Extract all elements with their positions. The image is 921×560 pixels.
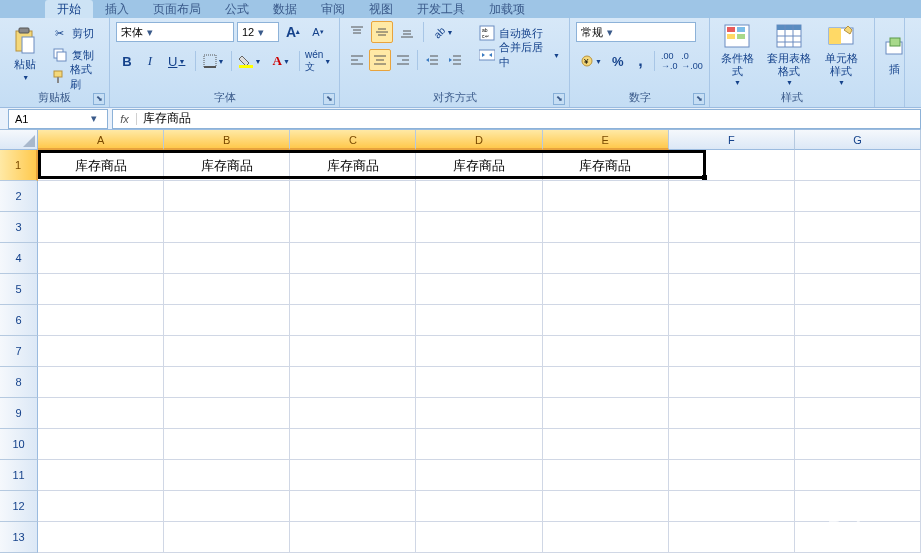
cell-G10[interactable]	[795, 429, 921, 460]
cell-G5[interactable]	[795, 274, 921, 305]
cell-G1[interactable]	[795, 150, 921, 181]
increase-decimal-button[interactable]: .00→.0	[658, 50, 680, 72]
cell-A2[interactable]	[38, 181, 164, 212]
orientation-button[interactable]: ab▼	[429, 21, 459, 43]
tab-6[interactable]: 视图	[357, 0, 405, 18]
cell-B5[interactable]	[164, 274, 290, 305]
cell-D7[interactable]	[416, 336, 542, 367]
cell-A13[interactable]	[38, 522, 164, 553]
row-header-6[interactable]: 6	[0, 305, 38, 336]
cell-B9[interactable]	[164, 398, 290, 429]
cell-E8[interactable]	[543, 367, 669, 398]
cell-A11[interactable]	[38, 460, 164, 491]
cell-D2[interactable]	[416, 181, 542, 212]
cell-F1[interactable]	[669, 150, 795, 181]
comma-button[interactable]: ,	[630, 50, 652, 72]
cell-F7[interactable]	[669, 336, 795, 367]
increase-indent-button[interactable]	[444, 49, 466, 71]
cell-G9[interactable]	[795, 398, 921, 429]
cell-E4[interactable]	[543, 243, 669, 274]
cell-G7[interactable]	[795, 336, 921, 367]
formula-input[interactable]	[137, 112, 920, 126]
cell-E12[interactable]	[543, 491, 669, 522]
tab-5[interactable]: 审阅	[309, 0, 357, 18]
cell-G8[interactable]	[795, 367, 921, 398]
cell-C13[interactable]	[290, 522, 416, 553]
cell-E5[interactable]	[543, 274, 669, 305]
cell-F10[interactable]	[669, 429, 795, 460]
cell-A5[interactable]	[38, 274, 164, 305]
cell-G2[interactable]	[795, 181, 921, 212]
cell-styles-button[interactable]: 单元格样式▼	[820, 21, 862, 87]
cell-F5[interactable]	[669, 274, 795, 305]
row-header-4[interactable]: 4	[0, 243, 38, 274]
increase-font-button[interactable]: A▴	[282, 21, 304, 43]
align-expand-icon[interactable]: ⬊	[553, 93, 565, 105]
cell-D6[interactable]	[416, 305, 542, 336]
cell-B3[interactable]	[164, 212, 290, 243]
tab-0[interactable]: 开始	[45, 0, 93, 18]
cell-B4[interactable]	[164, 243, 290, 274]
col-header-D[interactable]: D	[416, 130, 542, 150]
cell-F11[interactable]	[669, 460, 795, 491]
merge-center-button[interactable]: 合并后居中▼	[476, 45, 563, 65]
fx-button[interactable]: fx	[113, 113, 137, 125]
cell-D12[interactable]	[416, 491, 542, 522]
tab-1[interactable]: 插入	[93, 0, 141, 18]
number-expand-icon[interactable]: ⬊	[693, 93, 705, 105]
row-header-1[interactable]: 1	[0, 150, 38, 181]
col-header-C[interactable]: C	[290, 130, 416, 150]
font-size-combo[interactable]: 12▾	[237, 22, 279, 42]
cell-F12[interactable]	[669, 491, 795, 522]
select-all-corner[interactable]	[0, 130, 38, 150]
cell-C7[interactable]	[290, 336, 416, 367]
cell-F2[interactable]	[669, 181, 795, 212]
col-header-A[interactable]: A	[38, 130, 164, 150]
number-format-combo[interactable]: 常规▾	[576, 22, 696, 42]
decrease-decimal-button[interactable]: .0→.00	[681, 50, 703, 72]
conditional-format-button[interactable]: 条件格式▼	[716, 21, 758, 87]
cell-D3[interactable]	[416, 212, 542, 243]
decrease-indent-button[interactable]	[421, 49, 443, 71]
cell-G4[interactable]	[795, 243, 921, 274]
cell-B10[interactable]	[164, 429, 290, 460]
cell-E1[interactable]: 库存商品	[543, 150, 669, 181]
cell-C1[interactable]: 库存商品	[290, 150, 416, 181]
cell-A12[interactable]	[38, 491, 164, 522]
row-header-5[interactable]: 5	[0, 274, 38, 305]
col-header-E[interactable]: E	[543, 130, 669, 150]
cell-E6[interactable]	[543, 305, 669, 336]
cell-C2[interactable]	[290, 181, 416, 212]
row-header-3[interactable]: 3	[0, 212, 38, 243]
align-top-button[interactable]	[346, 21, 368, 43]
cell-D4[interactable]	[416, 243, 542, 274]
cell-A4[interactable]	[38, 243, 164, 274]
name-box[interactable]: A1▾	[8, 109, 108, 129]
cell-D5[interactable]	[416, 274, 542, 305]
cell-A9[interactable]	[38, 398, 164, 429]
cell-B11[interactable]	[164, 460, 290, 491]
tab-2[interactable]: 页面布局	[141, 0, 213, 18]
row-header-9[interactable]: 9	[0, 398, 38, 429]
cell-G3[interactable]	[795, 212, 921, 243]
cell-C8[interactable]	[290, 367, 416, 398]
cell-E9[interactable]	[543, 398, 669, 429]
cell-D9[interactable]	[416, 398, 542, 429]
cell-E11[interactable]	[543, 460, 669, 491]
decrease-font-button[interactable]: A▾	[307, 21, 329, 43]
cell-E3[interactable]	[543, 212, 669, 243]
cell-E13[interactable]	[543, 522, 669, 553]
cell-A3[interactable]	[38, 212, 164, 243]
row-header-7[interactable]: 7	[0, 336, 38, 367]
align-left-button[interactable]	[346, 49, 368, 71]
col-header-B[interactable]: B	[164, 130, 290, 150]
cell-C9[interactable]	[290, 398, 416, 429]
cell-C5[interactable]	[290, 274, 416, 305]
cell-B2[interactable]	[164, 181, 290, 212]
cell-D10[interactable]	[416, 429, 542, 460]
phonetic-button[interactable]: wén文▼	[303, 50, 333, 72]
row-header-12[interactable]: 12	[0, 491, 38, 522]
tab-7[interactable]: 开发工具	[405, 0, 477, 18]
cell-G11[interactable]	[795, 460, 921, 491]
cell-F6[interactable]	[669, 305, 795, 336]
